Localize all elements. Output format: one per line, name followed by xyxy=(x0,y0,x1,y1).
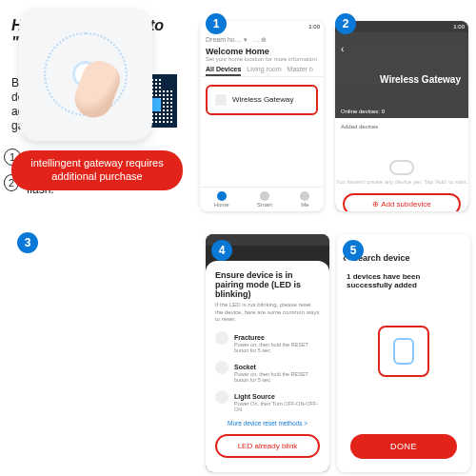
screen-4-pairing: Ensure device is in pairing mode (LED is… xyxy=(206,234,329,472)
more-methods-link[interactable]: More device reset methods > xyxy=(215,420,320,426)
success-message: 1 devices have been successfully added xyxy=(337,270,470,291)
pairing-note: If the LED is not blinking, please reset… xyxy=(215,302,320,324)
tab-living[interactable]: Living room xyxy=(247,66,281,76)
gateway-hero: ‹ Wireless Gateway Online devices: 0 xyxy=(335,32,468,118)
user-icon xyxy=(300,191,309,201)
welcome-title: Welcome Home xyxy=(206,47,269,56)
led-blink-button[interactable]: LED already blink xyxy=(215,434,320,458)
screen-3-device: 1 Long press any key. 2 The indicator li… xyxy=(0,8,171,246)
add-subdevice-button[interactable]: ⊕ Add subdevice xyxy=(343,193,461,211)
step-badge-4: 4 xyxy=(211,240,232,261)
gateway-title: Wireless Gateway xyxy=(380,74,461,85)
step-badge-5: 5 xyxy=(343,240,364,261)
reset-option-2: SocketPower on, then hold the RESET butt… xyxy=(215,361,320,383)
warning-pill: intellingent gateway requires additional… xyxy=(11,150,183,190)
device-row-gateway[interactable]: Wireless Gateway xyxy=(206,85,318,115)
device-chip-icon xyxy=(393,338,414,365)
step-badge-1: 1 xyxy=(206,13,227,34)
tab-all[interactable]: All Devices xyxy=(206,66,241,76)
welcome-subtitle: Set your home location for more informat… xyxy=(206,56,318,63)
done-button[interactable]: DONE xyxy=(350,434,457,459)
screen-5-search: ‹ Search device 1 devices have been succ… xyxy=(337,234,470,472)
hub-device xyxy=(19,8,152,141)
screen-2-gateway: 1:00 ‹ Wireless Gateway Online devices: … xyxy=(335,21,468,211)
back-icon[interactable]: ‹ xyxy=(341,44,344,54)
device-thumb-icon xyxy=(215,94,227,106)
pairing-sheet: Ensure device is in pairing mode (LED is… xyxy=(206,261,329,472)
nav-home[interactable]: Home xyxy=(214,191,229,208)
instruction-page: How to add device to "smart life" app Be… xyxy=(0,8,476,476)
light-icon xyxy=(215,390,228,404)
cloud-icon xyxy=(389,160,414,175)
empty-state: You haven't create any device yet. Tap '… xyxy=(335,150,468,186)
tab-master[interactable]: Master b xyxy=(288,66,313,76)
reset-option-3: Light SourcePower On, then Turn OFF-ON-O… xyxy=(215,390,320,412)
step-badge-3: 3 xyxy=(17,232,38,253)
welcome-block: Welcome Home Set your home location for … xyxy=(200,46,324,66)
pairing-title: Ensure device is in pairing mode (LED is… xyxy=(215,270,320,299)
step-badge-2: 2 xyxy=(335,13,356,34)
home-dropdown[interactable]: Dream ho… ▾ … ⊕ xyxy=(200,32,324,46)
bottom-nav: Home Smart Me xyxy=(200,187,324,211)
added-label: Added devices xyxy=(341,124,463,129)
home-icon xyxy=(217,191,227,201)
sensor-icon xyxy=(215,331,228,345)
room-tabs[interactable]: All Devices Living room Master b xyxy=(200,66,324,77)
screen-1-home: 1:00 Dream ho… ▾ … ⊕ Welcome Home Set yo… xyxy=(200,21,324,211)
found-device-tile[interactable] xyxy=(378,326,429,377)
device-row-label: Wireless Gateway xyxy=(232,95,293,104)
socket-icon xyxy=(215,361,228,374)
online-count: Online devices: 0 xyxy=(341,109,385,114)
smart-icon xyxy=(260,191,269,201)
nav-me[interactable]: Me xyxy=(300,191,309,208)
reset-option-1: FractureePower on, then hold the RESET b… xyxy=(215,331,320,353)
nav-smart[interactable]: Smart xyxy=(257,191,272,208)
